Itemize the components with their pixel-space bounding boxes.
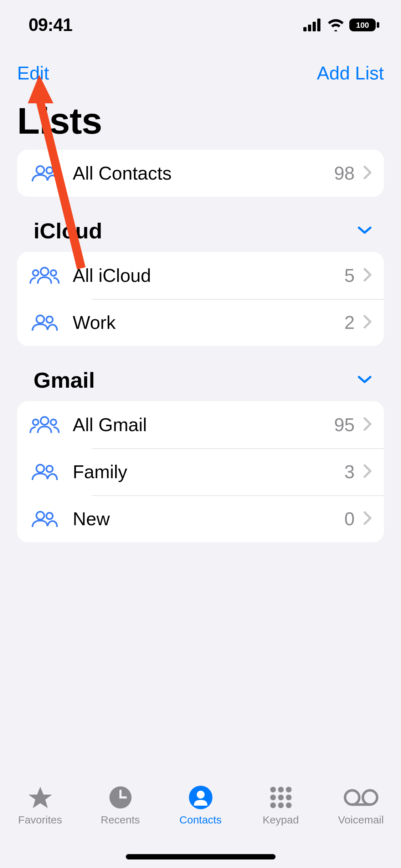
status-bar: 09:41 100 bbox=[0, 0, 401, 50]
svg-point-7 bbox=[36, 166, 44, 174]
list-row[interactable]: New 0 bbox=[17, 495, 384, 542]
row-label: Work bbox=[73, 312, 344, 333]
chevron-down-icon bbox=[358, 226, 377, 236]
svg-point-24 bbox=[270, 787, 276, 792]
list-row-all-contacts[interactable]: All Contacts 98 bbox=[17, 150, 384, 197]
nav-bar: Edit Add List bbox=[0, 55, 401, 91]
section-header-icloud[interactable]: iCloud bbox=[17, 197, 384, 252]
svg-point-32 bbox=[286, 802, 292, 808]
row-label: Family bbox=[73, 461, 344, 482]
svg-rect-0 bbox=[303, 27, 307, 31]
svg-point-27 bbox=[270, 795, 276, 800]
svg-point-28 bbox=[278, 795, 284, 800]
row-count: 3 bbox=[344, 461, 355, 482]
svg-point-9 bbox=[41, 268, 48, 275]
svg-point-12 bbox=[36, 315, 44, 323]
tab-favorites[interactable]: Favorites bbox=[0, 785, 80, 826]
all-contacts-card: All Contacts 98 bbox=[17, 150, 384, 197]
people-icon bbox=[29, 510, 60, 528]
chevron-right-icon bbox=[363, 464, 372, 480]
chevron-right-icon bbox=[363, 511, 372, 527]
svg-point-18 bbox=[46, 466, 53, 472]
chevron-down-icon bbox=[358, 375, 377, 386]
svg-point-17 bbox=[36, 465, 44, 472]
wifi-icon bbox=[327, 19, 345, 31]
row-count: 2 bbox=[344, 312, 355, 333]
svg-point-20 bbox=[46, 513, 53, 519]
tab-label: Keypad bbox=[263, 814, 299, 826]
list-row[interactable]: Work 2 bbox=[17, 299, 384, 346]
svg-point-11 bbox=[51, 270, 56, 276]
svg-point-26 bbox=[286, 787, 292, 792]
svg-point-15 bbox=[33, 419, 38, 425]
svg-point-10 bbox=[33, 270, 38, 276]
svg-rect-3 bbox=[317, 19, 320, 31]
keypad-icon bbox=[269, 785, 292, 810]
section-title: Gmail bbox=[34, 367, 95, 393]
tab-label: Contacts bbox=[179, 814, 221, 826]
page-title: Lists bbox=[17, 100, 102, 142]
add-list-button[interactable]: Add List bbox=[317, 62, 384, 84]
people-icon bbox=[29, 267, 60, 284]
row-count: 0 bbox=[344, 508, 355, 529]
status-indicators: 100 bbox=[303, 18, 380, 32]
tab-keypad[interactable]: Keypad bbox=[241, 785, 321, 826]
section-title: iCloud bbox=[34, 218, 102, 243]
status-time: 09:41 bbox=[29, 15, 72, 35]
svg-point-13 bbox=[46, 316, 53, 323]
list-row[interactable]: Family 3 bbox=[17, 448, 384, 495]
row-count: 95 bbox=[334, 414, 355, 435]
row-label: All Gmail bbox=[73, 414, 334, 435]
svg-point-8 bbox=[46, 167, 53, 174]
svg-point-23 bbox=[197, 791, 205, 799]
battery-icon: 100 bbox=[349, 18, 380, 32]
tab-label: Favorites bbox=[18, 814, 62, 826]
list-row[interactable]: All Gmail 95 bbox=[17, 401, 384, 448]
chevron-right-icon bbox=[363, 165, 372, 181]
content: All Contacts 98 iCloud bbox=[17, 150, 384, 768]
svg-point-31 bbox=[278, 802, 284, 808]
gmail-card: All Gmail 95 Family 3 bbox=[17, 401, 384, 542]
svg-point-34 bbox=[363, 790, 377, 805]
tab-voicemail[interactable]: Voicemail bbox=[321, 785, 401, 826]
edit-button[interactable]: Edit bbox=[17, 62, 49, 84]
tab-label: Recents bbox=[101, 814, 140, 826]
tab-label: Voicemail bbox=[338, 814, 384, 826]
svg-point-33 bbox=[345, 790, 359, 805]
cellular-icon bbox=[303, 19, 323, 31]
chevron-right-icon bbox=[363, 417, 372, 433]
svg-point-19 bbox=[36, 512, 44, 520]
section-header-gmail[interactable]: Gmail bbox=[17, 346, 384, 401]
chevron-right-icon bbox=[363, 315, 372, 330]
svg-point-30 bbox=[270, 802, 276, 808]
svg-point-29 bbox=[286, 795, 292, 800]
voicemail-icon bbox=[343, 785, 379, 810]
people-icon bbox=[29, 164, 60, 182]
svg-text:100: 100 bbox=[356, 21, 369, 30]
svg-rect-5 bbox=[377, 22, 379, 28]
people-icon bbox=[29, 314, 60, 331]
chevron-right-icon bbox=[363, 268, 372, 283]
list-row[interactable]: All iCloud 5 bbox=[17, 252, 384, 299]
tab-contacts[interactable]: Contacts bbox=[160, 785, 241, 826]
tab-recents[interactable]: Recents bbox=[80, 785, 160, 826]
people-icon bbox=[29, 416, 60, 434]
row-label: All Contacts bbox=[73, 162, 334, 184]
icloud-card: All iCloud 5 Work 2 bbox=[17, 252, 384, 346]
row-label: All iCloud bbox=[73, 265, 344, 286]
row-count: 98 bbox=[334, 162, 355, 184]
row-count: 5 bbox=[344, 265, 355, 286]
star-icon bbox=[27, 785, 53, 810]
clock-icon bbox=[109, 785, 132, 810]
home-indicator[interactable] bbox=[126, 854, 276, 859]
svg-point-14 bbox=[41, 417, 48, 425]
svg-point-25 bbox=[278, 787, 284, 792]
svg-rect-1 bbox=[308, 25, 311, 31]
people-icon bbox=[29, 463, 60, 481]
row-label: New bbox=[73, 508, 344, 529]
person-icon bbox=[189, 785, 212, 810]
svg-point-16 bbox=[51, 419, 56, 425]
svg-rect-2 bbox=[313, 22, 316, 31]
